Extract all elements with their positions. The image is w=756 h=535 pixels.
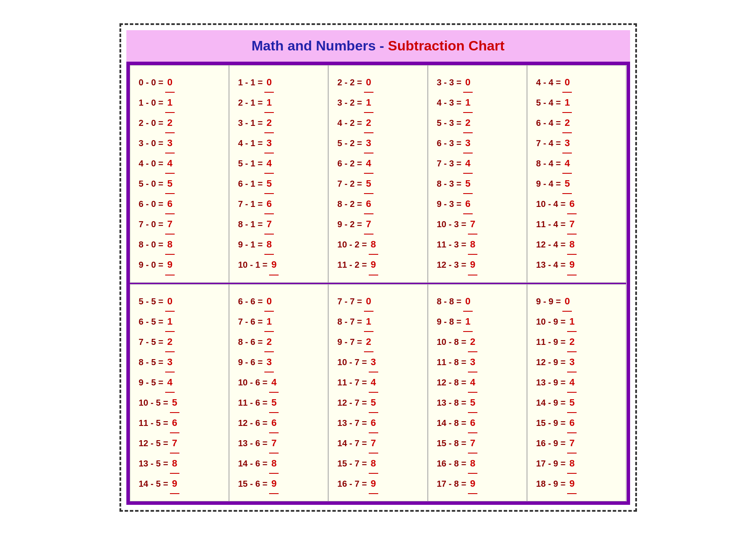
equation-answer: 5	[463, 174, 473, 194]
equation-row: 5 - 3 = 2	[437, 113, 521, 133]
equation-row: 7 - 1 = 6	[238, 194, 322, 214]
equation-expr: 16 - 9 =	[536, 435, 565, 452]
equation-answer: 7	[264, 214, 274, 235]
equation-answer: 6	[369, 413, 378, 433]
equation-row: 2 - 0 = 2	[139, 113, 223, 133]
equation-expr: 6 - 2 =	[337, 155, 362, 172]
equation-answer: 6	[165, 194, 175, 214]
cell-s1-c0: 5 - 5 = 06 - 5 = 17 - 5 = 28 - 5 = 39 - …	[130, 284, 229, 502]
equation-expr: 13 - 7 =	[337, 414, 367, 432]
equation-expr: 10 - 9 =	[536, 313, 565, 331]
equation-row: 10 - 7 = 3	[337, 352, 421, 372]
equation-answer: 3	[463, 133, 473, 153]
equation-row: 8 - 8 = 0	[437, 291, 521, 312]
equation-expr: 4 - 3 =	[437, 94, 461, 112]
equation-answer: 4	[567, 372, 577, 393]
equation-answer: 1	[364, 93, 373, 113]
equation-expr: 13 - 9 =	[536, 374, 565, 391]
equation-answer: 2	[165, 113, 175, 133]
equation-answer: 0	[364, 72, 373, 93]
equation-expr: 9 - 1 =	[238, 236, 263, 253]
equation-answer: 6	[567, 413, 577, 433]
equation-answer: 6	[463, 194, 473, 214]
equation-row: 9 - 4 = 5	[536, 174, 620, 194]
equation-row: 14 - 8 = 6	[437, 413, 521, 433]
equation-row: 9 - 7 = 2	[337, 332, 421, 352]
equation-answer: 6	[468, 413, 477, 433]
equation-row: 10 - 6 = 4	[238, 372, 322, 393]
equation-row: 5 - 1 = 4	[238, 153, 322, 174]
equation-expr: 5 - 5 =	[139, 293, 163, 310]
equation-expr: 8 - 7 =	[337, 313, 362, 331]
equation-expr: 11 - 3 =	[437, 236, 466, 253]
equation-expr: 8 - 5 =	[139, 354, 163, 371]
equation-answer: 3	[369, 352, 378, 372]
equation-row: 11 - 2 = 9	[337, 255, 421, 275]
equation-expr: 12 - 5 =	[139, 435, 168, 452]
equation-row: 4 - 0 = 4	[139, 153, 223, 174]
equation-answer: 0	[264, 291, 274, 312]
equation-answer: 4	[165, 372, 175, 393]
equation-expr: 15 - 8 =	[437, 435, 466, 452]
equation-row: 13 - 5 = 8	[139, 454, 223, 474]
cell-s0-c4: 4 - 4 = 05 - 4 = 16 - 4 = 27 - 4 = 38 - …	[527, 65, 626, 283]
equation-expr: 8 - 1 =	[238, 216, 263, 233]
equation-answer: 5	[269, 393, 279, 413]
equation-expr: 10 - 1 =	[238, 256, 267, 274]
equation-row: 3 - 1 = 2	[238, 113, 322, 133]
equation-expr: 6 - 3 =	[437, 135, 461, 152]
equation-row: 6 - 6 = 0	[238, 291, 322, 312]
equation-expr: 5 - 1 =	[238, 155, 263, 172]
equation-expr: 10 - 7 =	[337, 354, 367, 371]
equation-answer: 3	[364, 133, 373, 153]
equation-expr: 15 - 7 =	[337, 455, 367, 472]
equation-expr: 7 - 0 =	[139, 216, 163, 233]
equation-row: 9 - 2 = 7	[337, 214, 421, 235]
equation-row: 10 - 9 = 1	[536, 312, 620, 332]
equation-row: 6 - 0 = 6	[139, 194, 223, 214]
equation-answer: 4	[562, 153, 572, 174]
equation-expr: 7 - 1 =	[238, 195, 263, 213]
equation-row: 9 - 8 = 1	[437, 312, 521, 332]
equation-expr: 16 - 7 =	[337, 475, 367, 493]
equation-expr: 8 - 3 =	[437, 175, 461, 193]
equation-answer: 1	[364, 312, 373, 332]
equation-answer: 5	[170, 393, 179, 413]
equation-answer: 9	[567, 255, 577, 275]
equation-row: 15 - 9 = 6	[536, 413, 620, 433]
equation-expr: 7 - 7 =	[337, 293, 362, 310]
equation-expr: 15 - 6 =	[238, 475, 267, 493]
equation-row: 10 - 4 = 6	[536, 194, 620, 214]
equation-expr: 9 - 0 =	[139, 256, 163, 274]
equation-expr: 10 - 2 =	[337, 236, 367, 253]
equation-answer: 5	[264, 174, 274, 194]
equation-expr: 8 - 6 =	[238, 333, 263, 351]
equation-expr: 8 - 2 =	[337, 195, 362, 213]
equation-row: 5 - 5 = 0	[139, 291, 223, 312]
equation-answer: 2	[567, 332, 577, 352]
equation-row: 14 - 6 = 8	[238, 454, 322, 474]
equation-expr: 3 - 3 =	[437, 74, 461, 91]
equation-answer: 9	[165, 255, 175, 275]
equation-answer: 9	[369, 474, 378, 494]
equation-row: 8 - 2 = 6	[337, 194, 421, 214]
cell-s1-c4: 9 - 9 = 010 - 9 = 111 - 9 = 212 - 9 = 31…	[527, 284, 626, 502]
equation-expr: 9 - 5 =	[139, 374, 163, 391]
equation-answer: 6	[264, 194, 274, 214]
equation-expr: 7 - 5 =	[139, 333, 163, 351]
equation-answer: 4	[468, 372, 477, 393]
equation-expr: 3 - 2 =	[337, 94, 362, 112]
equation-answer: 9	[468, 255, 477, 275]
equation-row: 7 - 6 = 1	[238, 312, 322, 332]
equation-answer: 4	[463, 153, 473, 174]
equation-expr: 6 - 5 =	[139, 313, 163, 331]
equation-row: 4 - 3 = 1	[437, 93, 521, 113]
equation-row: 16 - 8 = 8	[437, 454, 521, 474]
equation-answer: 0	[562, 72, 572, 93]
equation-row: 9 - 9 = 0	[536, 291, 620, 312]
equation-expr: 14 - 6 =	[238, 455, 267, 472]
equation-row: 11 - 8 = 3	[437, 352, 521, 372]
equation-answer: 8	[468, 235, 477, 255]
equation-expr: 2 - 0 =	[139, 114, 163, 132]
equation-answer: 2	[364, 113, 373, 133]
